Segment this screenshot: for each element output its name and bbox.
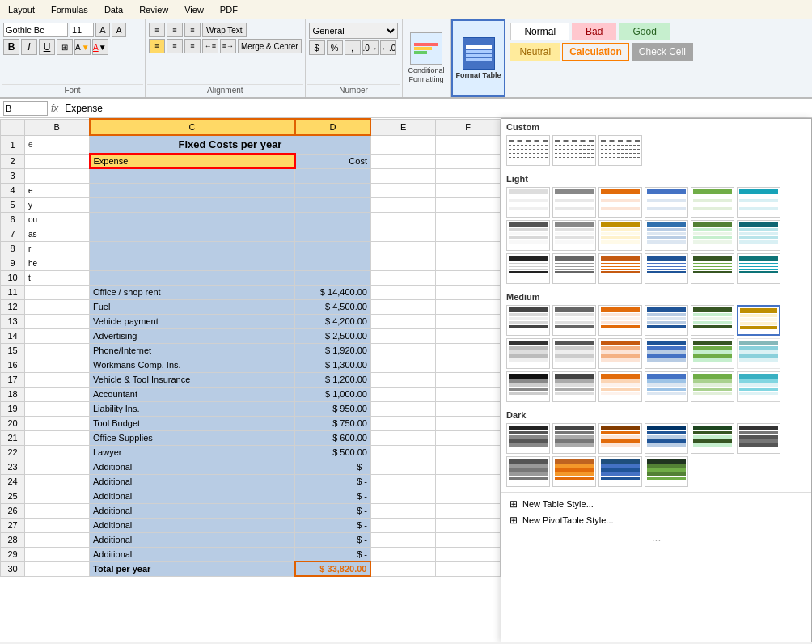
light-style-teal-2[interactable] — [737, 253, 780, 284]
font-name-input[interactable] — [3, 23, 68, 37]
calculation-style[interactable]: Calculation — [562, 43, 629, 61]
dark-style-1[interactable] — [506, 423, 550, 454]
format-select[interactable]: General Number Currency — [309, 23, 398, 39]
indent-decrease-button[interactable]: ←≡ — [202, 39, 218, 53]
menu-view[interactable]: View — [180, 5, 209, 15]
align-center-button[interactable]: ≡ — [167, 39, 183, 53]
medium-style-13[interactable] — [506, 371, 550, 402]
align-right-button[interactable]: ≡ — [184, 39, 201, 53]
normal-style[interactable]: Normal — [510, 23, 569, 40]
dark-style-orange[interactable] — [598, 423, 642, 454]
bad-style[interactable]: Bad — [572, 23, 616, 40]
align-top-right-button[interactable]: ≡ — [184, 23, 201, 37]
custom-style-thumb-1[interactable] — [506, 135, 550, 166]
light-style-1[interactable] — [506, 187, 550, 218]
light-style-orange[interactable] — [598, 187, 642, 218]
medium-style-extra[interactable] — [737, 338, 780, 369]
new-table-style-button[interactable]: ⊞ New Table Style... — [506, 496, 806, 512]
medium-style-blue-3[interactable] — [645, 371, 688, 402]
indent-increase-button[interactable]: ≡→ — [220, 39, 236, 53]
dark-style-green-2[interactable] — [645, 456, 688, 487]
medium-style-orange-2[interactable] — [598, 338, 642, 369]
col-header-d[interactable]: D — [295, 119, 371, 135]
dark-style-blue[interactable] — [645, 423, 688, 454]
light-style-orange-2[interactable] — [598, 253, 642, 284]
medium-style-14[interactable] — [552, 371, 596, 402]
dark-style-7[interactable] — [737, 423, 780, 454]
font-size-input[interactable] — [70, 23, 94, 37]
align-top-left-button[interactable]: ≡ — [149, 23, 165, 37]
medium-style-gold-selected[interactable] — [737, 305, 780, 336]
menu-formulas[interactable]: Formulas — [46, 5, 93, 15]
light-style-blue-2[interactable] — [645, 253, 688, 284]
underline-button[interactable]: U — [39, 39, 55, 55]
light-style-teal[interactable] — [737, 187, 780, 218]
new-pivot-style-button[interactable]: ⊞ New PivotTable Style... — [506, 512, 806, 528]
light-style-green-2[interactable] — [691, 253, 734, 284]
dark-style-orange-2[interactable] — [552, 456, 596, 487]
medium-style-2[interactable] — [552, 305, 596, 336]
dark-style-blue-2[interactable] — [598, 456, 642, 487]
increase-font-button[interactable]: A — [95, 23, 110, 37]
light-style-blue[interactable] — [645, 187, 688, 218]
dollar-button[interactable]: $ — [309, 40, 325, 55]
good-style[interactable]: Good — [619, 23, 670, 40]
align-top-center-button[interactable]: ≡ — [167, 23, 183, 37]
col-header-f[interactable]: F — [435, 119, 500, 135]
medium-style-blue-2[interactable] — [645, 338, 688, 369]
light-style-8[interactable] — [552, 220, 596, 251]
decrease-decimal-button[interactable]: ←.0 — [380, 40, 396, 55]
total-value-cell[interactable]: $ 33,820.00 — [295, 561, 371, 576]
italic-button[interactable]: I — [21, 39, 37, 55]
font-color-button[interactable]: A▼ — [92, 39, 108, 55]
medium-style-green[interactable] — [691, 305, 734, 336]
medium-style-blue[interactable] — [645, 305, 688, 336]
dark-style-green[interactable] — [691, 423, 734, 454]
menu-layout[interactable]: Layout — [3, 5, 40, 15]
menu-review[interactable]: Review — [134, 5, 173, 15]
medium-style-7[interactable] — [506, 338, 550, 369]
cost-header-cell[interactable]: Cost — [295, 154, 371, 168]
col-header-e[interactable]: E — [370, 119, 435, 135]
light-style-7[interactable] — [506, 220, 550, 251]
expense-header-cell[interactable]: Expense — [90, 154, 295, 168]
custom-style-thumb-3[interactable] — [598, 135, 642, 166]
medium-style-green-3[interactable] — [691, 371, 734, 402]
menu-data[interactable]: Data — [99, 5, 128, 15]
border-button[interactable]: ⊞ — [57, 39, 73, 55]
medium-style-orange-3[interactable] — [598, 371, 642, 402]
dark-style-2[interactable] — [552, 423, 596, 454]
col-header-c[interactable]: C — [90, 119, 295, 135]
dark-style-8[interactable] — [506, 456, 550, 487]
medium-style-green-2[interactable] — [691, 338, 734, 369]
menu-pdf[interactable]: PDF — [215, 5, 243, 15]
fill-color-button[interactable]: A▼ — [74, 39, 91, 55]
increase-decimal-button[interactable]: .0→ — [362, 40, 379, 55]
neutral-style[interactable]: Neutral — [510, 43, 560, 61]
align-left-button[interactable]: ≡ — [149, 39, 165, 53]
light-style-9[interactable] — [598, 220, 642, 251]
light-style-11[interactable] — [691, 220, 734, 251]
bold-button[interactable]: B — [3, 39, 19, 55]
light-style-14[interactable] — [552, 253, 596, 284]
title-cell[interactable]: Fixed Costs per year — [90, 135, 371, 154]
light-style-12[interactable] — [737, 220, 780, 251]
wrap-text-button[interactable]: Wrap Text — [202, 23, 247, 37]
medium-style-1[interactable] — [506, 305, 550, 336]
format-as-table-button[interactable] — [463, 37, 495, 70]
medium-style-8[interactable] — [552, 338, 596, 369]
conditional-formatting-button[interactable] — [410, 32, 442, 65]
merge-center-button[interactable]: Merge & Center — [238, 39, 302, 53]
light-style-2[interactable] — [552, 187, 596, 218]
custom-style-thumb-2[interactable] — [552, 135, 596, 166]
light-style-10[interactable] — [645, 220, 688, 251]
decrease-font-button[interactable]: A — [112, 23, 126, 37]
light-style-13[interactable] — [506, 253, 550, 284]
light-style-green[interactable] — [691, 187, 734, 218]
percent-button[interactable]: % — [327, 40, 343, 55]
formula-input[interactable]: Expense — [61, 103, 809, 114]
cell-reference-input[interactable] — [3, 101, 48, 116]
check-cell-style[interactable]: Check Cell — [632, 43, 693, 61]
medium-style-extra-2[interactable] — [737, 371, 780, 402]
comma-button[interactable]: , — [345, 40, 361, 55]
